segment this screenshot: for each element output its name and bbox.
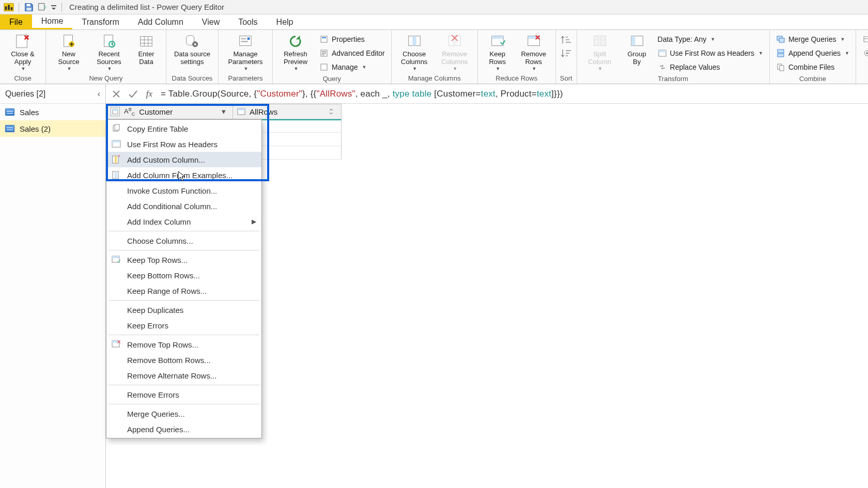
- blank-icon: [111, 408, 122, 419]
- data-source-button[interactable]: Data source settings: [171, 31, 214, 71]
- blank-icon: [111, 389, 122, 400]
- data-grid: ABC Customer ▾ AllRows Copy Entire Table…: [106, 104, 868, 119]
- menu-item[interactable]: Copy Entire Table: [106, 121, 261, 136]
- svg-rect-3: [11, 7, 13, 10]
- svg-rect-2: [8, 5, 10, 10]
- group-transform: Transform: [581, 73, 765, 84]
- group-reducerows: Reduce Rows: [482, 72, 551, 84]
- commit-icon[interactable]: [128, 89, 138, 99]
- manage-params-button[interactable]: Manage Parameters▼: [223, 31, 268, 71]
- svg-rect-5: [26, 7, 31, 10]
- save-icon[interactable]: [23, 2, 35, 13]
- recent-sources-button[interactable]: Recent Sources▼: [90, 31, 128, 71]
- keep-rows-button[interactable]: Keep Rows▼: [482, 31, 513, 71]
- blank-icon: [111, 354, 122, 366]
- manage-button[interactable]: Manage▼: [317, 61, 387, 73]
- menu-item[interactable]: Add Index Column▶: [106, 214, 261, 229]
- menu-item[interactable]: Keep Range of Rows...: [106, 283, 261, 298]
- split-column-button[interactable]: Split Column▼: [581, 31, 618, 71]
- qat-icon[interactable]: [37, 2, 48, 13]
- merge-queries-button[interactable]: Merge Queries▼: [774, 33, 851, 45]
- svg-rect-6: [39, 3, 44, 10]
- vision-button[interactable]: Vis: [860, 47, 868, 59]
- query-item[interactable]: Sales (2): [0, 120, 105, 137]
- menu-item-label: Invoke Custom Function...: [127, 186, 217, 195]
- tab-home[interactable]: Home: [32, 14, 73, 29]
- sort-asc-icon[interactable]: [561, 34, 572, 45]
- menu-item[interactable]: Keep Bottom Rows...: [106, 267, 261, 283]
- svg-rect-46: [778, 54, 784, 57]
- menu-item-label: Keep Top Rows...: [127, 256, 188, 264]
- svg-rect-13: [141, 37, 152, 46]
- svg-rect-44: [779, 38, 784, 42]
- select-all-icon[interactable]: [111, 107, 120, 116]
- menu-item[interactable]: Use First Row as Headers: [106, 136, 261, 152]
- menu-item-label: Remove Top Rows...: [127, 340, 198, 349]
- tab-add-column[interactable]: Add Column: [129, 14, 193, 29]
- menu-item[interactable]: Remove Errors: [106, 387, 261, 402]
- column-header-allrows[interactable]: AllRows: [233, 104, 342, 119]
- menu-item-label: Add Custom Column...: [127, 155, 205, 164]
- column-header-customer[interactable]: ABC Customer ▾: [106, 104, 233, 119]
- menu-item-label: Copy Entire Table: [127, 124, 188, 133]
- menu-item[interactable]: Keep Duplicates: [106, 302, 261, 318]
- tab-view[interactable]: View: [193, 14, 229, 29]
- menu-item[interactable]: Invoke Custom Function...: [106, 183, 261, 198]
- properties-button[interactable]: Properties: [317, 33, 387, 45]
- svg-rect-62: [115, 156, 117, 163]
- copy-icon: [111, 123, 122, 134]
- first-row-headers-button[interactable]: Use First Row as Headers▼: [656, 47, 765, 59]
- addcol2-icon: [111, 169, 122, 181]
- remove-columns-button[interactable]: Remove Columns▼: [436, 31, 473, 71]
- menu-item[interactable]: Merge Queries...: [106, 406, 261, 421]
- collapse-icon[interactable]: ‹: [98, 89, 100, 99]
- menu-item[interactable]: *Add Custom Column...: [106, 152, 261, 167]
- group-by-button[interactable]: Group By: [622, 31, 653, 71]
- filter-dropdown-icon[interactable]: ▾: [219, 107, 228, 116]
- expand-icon[interactable]: [328, 107, 337, 116]
- choose-columns-button[interactable]: Choose Columns▼: [396, 31, 433, 71]
- fx-icon[interactable]: fx: [144, 89, 154, 99]
- tab-tools[interactable]: Tools: [229, 14, 267, 29]
- menu-item[interactable]: Keep Top Rows...: [106, 252, 261, 267]
- queries-header: Queries [2]: [5, 89, 45, 99]
- svg-rect-23: [241, 41, 248, 42]
- new-source-button[interactable]: New Source▼: [50, 31, 87, 71]
- svg-rect-24: [247, 38, 250, 40]
- combine-files-button[interactable]: Combine Files: [774, 61, 851, 73]
- close-apply-button[interactable]: Close & Apply▼: [4, 31, 41, 71]
- table-icon: [5, 108, 14, 116]
- sort-desc-icon[interactable]: [561, 48, 572, 59]
- svg-rect-1: [5, 6, 7, 10]
- menu-item-label: Keep Duplicates: [127, 306, 183, 314]
- menu-item[interactable]: Remove Top Rows...: [106, 337, 261, 352]
- menu-item[interactable]: Choose Columns...: [106, 233, 261, 248]
- tab-help[interactable]: Help: [267, 14, 303, 29]
- enter-data-button[interactable]: Enter Data: [131, 31, 162, 71]
- refresh-preview-button[interactable]: Refresh Preview▼: [277, 31, 314, 71]
- svg-rect-67: [112, 256, 119, 258]
- formula-text[interactable]: = Table.Group(Source, {"Customer"}, {{"A…: [161, 88, 563, 99]
- qat-dropdown[interactable]: [50, 2, 57, 13]
- menu-bar: File Home Transform Add Column View Tool…: [0, 14, 868, 30]
- menu-item-label: Remove Alternate Rows...: [127, 371, 216, 380]
- menu-item[interactable]: Remove Bottom Rows...: [106, 352, 261, 368]
- menu-item[interactable]: Add Conditional Column...: [106, 198, 261, 214]
- tab-transform[interactable]: Transform: [72, 14, 128, 29]
- blank-icon: [111, 320, 122, 331]
- replace-values-button[interactable]: Replace Values: [656, 61, 765, 73]
- advanced-editor-button[interactable]: Advanced Editor: [317, 47, 387, 59]
- text-analytics-button[interactable]: Te: [860, 33, 868, 45]
- menu-item-label: Remove Bottom Rows...: [127, 356, 211, 365]
- tab-file[interactable]: File: [0, 14, 32, 29]
- append-queries-button[interactable]: Append Queries▼: [774, 47, 851, 59]
- query-item[interactable]: Sales: [0, 104, 105, 120]
- menu-item[interactable]: Remove Alternate Rows...: [106, 368, 261, 383]
- data-type-button[interactable]: Data Type: Any▼: [656, 33, 765, 45]
- group-managecols: Manage Columns: [396, 72, 473, 84]
- remove-rows-button[interactable]: Remove Rows▼: [516, 31, 551, 71]
- menu-item-label: Append Queries...: [127, 425, 190, 434]
- cancel-icon[interactable]: [111, 89, 121, 99]
- menu-item[interactable]: Keep Errors: [106, 318, 261, 333]
- menu-item[interactable]: Append Queries...: [106, 421, 261, 437]
